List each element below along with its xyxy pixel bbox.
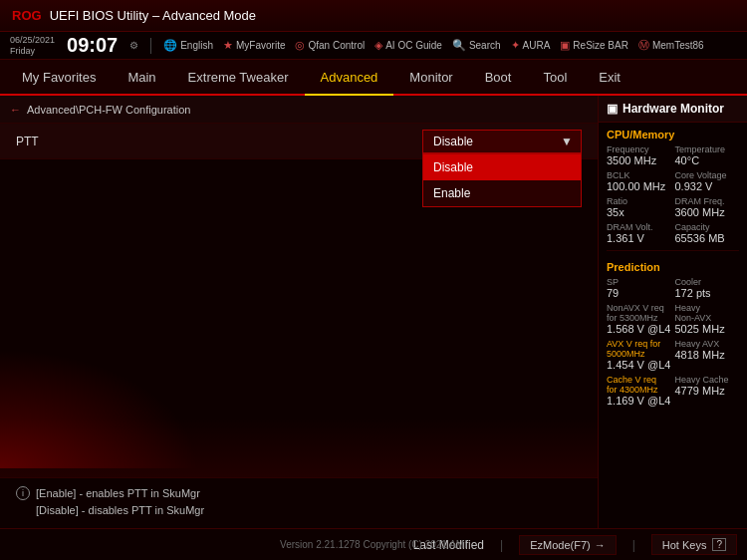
hotkeys-button[interactable]: Hot Keys ? (651, 534, 737, 555)
nav-exit[interactable]: Exit (583, 60, 636, 94)
hw-cache-req-value: 1.169 V @L4 (607, 395, 671, 407)
back-arrow-icon[interactable]: ← (10, 104, 21, 116)
hw-heavy-avx-cell: Heavy AVX 4818 MHz (675, 339, 740, 371)
toolbar-english-label: English (180, 40, 213, 51)
nav-advanced[interactable]: Advanced (305, 60, 394, 96)
time-display: 09:07 (67, 34, 118, 57)
ptt-current-value: Disable (433, 135, 473, 148)
toolbar-aura[interactable]: ✦ AURA (511, 39, 551, 52)
ptt-option-enable[interactable]: Enable (423, 180, 581, 206)
toolbar-myfavorite[interactable]: ★ MyFavorite (223, 39, 285, 52)
gear-icon[interactable]: ⚙ (129, 40, 138, 51)
info-section: i [Enable] - enables PTT in SkuMgr i [Di… (0, 477, 598, 528)
globe-icon: 🌐 (163, 39, 177, 52)
hw-divider (607, 250, 739, 251)
hw-prediction-title: Prediction (599, 255, 747, 277)
nav-tool[interactable]: Tool (527, 60, 583, 94)
hw-temperature-value: 40°C (675, 154, 740, 166)
nav-my-favorites[interactable]: My Favorites (6, 60, 112, 94)
toolbar-english[interactable]: 🌐 English (163, 39, 213, 52)
hw-monitor-icon: ▣ (607, 102, 618, 116)
main-nav: My Favorites Main Extreme Tweaker Advanc… (0, 60, 747, 96)
hw-temperature-cell: Temperature 40°C (675, 144, 740, 166)
hw-heavy-cache-cell: Heavy Cache 4779 MHz (675, 375, 740, 407)
main-panel: ← Advanced\PCH-FW Configuration PTT Disa… (0, 96, 598, 528)
hw-frequency-label: Frequency (607, 144, 671, 154)
ezmode-icon: → (595, 539, 606, 551)
ezmode-label: EzMode(F7) (530, 539, 591, 551)
nav-boot[interactable]: Boot (469, 60, 528, 94)
ptt-dropdown-button[interactable]: Disable ▼ (422, 130, 582, 153)
hw-capacity-cell: Capacity 65536 MB (675, 222, 740, 244)
toolbar-items: 🌐 English ★ MyFavorite ◎ Qfan Control ◈ … (163, 38, 703, 53)
toolbar-qfan[interactable]: ◎ Qfan Control (295, 39, 365, 52)
hw-cache-req-label: Cache V reqfor 4300MHz (607, 375, 671, 395)
datetime-display: 06/25/2021 Friday (10, 35, 55, 57)
hw-dramvolt-cell: DRAM Volt. 1.361 V (607, 222, 671, 244)
ptt-setting-row: PTT Disable ▼ Disable Enable (0, 124, 598, 159)
toolbar-aioc-label: AI OC Guide (385, 40, 442, 51)
dropdown-arrow-icon: ▼ (561, 135, 573, 148)
hw-corevolt-label: Core Voltage (675, 170, 740, 180)
ezmode-button[interactable]: EzMode(F7) → (519, 535, 617, 555)
nav-main[interactable]: Main (112, 60, 171, 94)
hw-dramvolt-label: DRAM Volt. (607, 222, 671, 232)
hotkeys-question-icon: ? (712, 538, 726, 551)
fan-icon: ◎ (295, 39, 305, 52)
toolbar-aura-label: AURA (523, 40, 551, 51)
hw-nonavx-req-value: 1.568 V @L4 (607, 323, 671, 335)
info-icon-1: i (16, 486, 30, 500)
breadcrumb: ← Advanced\PCH-FW Configuration (0, 96, 598, 124)
hw-bclk-cell: BCLK 100.00 MHz (607, 170, 671, 192)
version-text: Version 2.21.1278 Copyright (C) 2021 AMI (280, 539, 467, 550)
nav-extreme-tweaker[interactable]: Extreme Tweaker (172, 60, 305, 94)
hw-ratio-cell: Ratio 35x (607, 196, 671, 218)
info-line-2: i [Disable] - disables PTT in SkuMgr (16, 503, 582, 517)
hw-heavy-nonavx-value: 5025 MHz (675, 323, 740, 335)
breadcrumb-path: Advanced\PCH-FW Configuration (27, 104, 190, 116)
hw-cache-req-cell: Cache V reqfor 4300MHz 1.169 V @L4 (607, 375, 671, 407)
hw-bclk-value: 100.00 MHz (607, 180, 671, 192)
toolbar-resizebar[interactable]: ▣ ReSize BAR (560, 39, 628, 52)
toolbar-search[interactable]: 🔍 Search (452, 39, 501, 52)
hw-sp-label: SP (607, 277, 671, 287)
hw-nonavx-req-cell: NonAVX V reqfor 5300MHz 1.568 V @L4 (607, 303, 671, 335)
hw-dramfreq-label: DRAM Freq. (675, 196, 740, 206)
hw-dramfreq-value: 3600 MHz (675, 206, 740, 218)
search-icon: 🔍 (452, 39, 466, 52)
hw-dramfreq-cell: DRAM Freq. 3600 MHz (675, 196, 740, 218)
toolbar-memtest[interactable]: Ⓜ MemTest86 (638, 38, 704, 53)
bg-glow (0, 349, 199, 468)
info-line-1: i [Enable] - enables PTT in SkuMgr (16, 486, 582, 500)
hw-temperature-label: Temperature (675, 144, 740, 154)
info-bar: 06/25/2021 Friday 09:07 ⚙ 🌐 English ★ My… (0, 32, 747, 60)
settings-area: PTT Disable ▼ Disable Enable (0, 124, 598, 159)
ptt-option-disable[interactable]: Disable (423, 154, 581, 180)
hw-bclk-label: BCLK (607, 170, 671, 180)
hw-capacity-value: 65536 MB (675, 232, 740, 244)
aura-icon: ✦ (511, 39, 520, 52)
date-string: 06/25/2021 (10, 35, 55, 46)
hw-dramvolt-value: 1.361 V (607, 232, 671, 244)
hw-sp-value: 79 (607, 287, 671, 299)
hw-heavy-avx-label: Heavy AVX (675, 339, 740, 349)
hw-avx-req-cell: AVX V req for5000MHz 1.454 V @L4 (607, 339, 671, 371)
hw-panel: ▣ Hardware Monitor CPU/Memory Frequency … (598, 96, 747, 528)
toolbar-aioc[interactable]: ◈ AI OC Guide (374, 39, 442, 52)
star-icon: ★ (223, 39, 233, 52)
ptt-label: PTT (16, 135, 422, 148)
hw-ratio-label: Ratio (607, 196, 671, 206)
hw-monitor-header: ▣ Hardware Monitor (599, 96, 747, 123)
app-title: UEFI BIOS Utility – Advanced Mode (50, 8, 256, 23)
content-area: ← Advanced\PCH-FW Configuration PTT Disa… (0, 96, 747, 528)
hw-sp-cell: SP 79 (607, 277, 671, 299)
hotkeys-label: Hot Keys (662, 539, 707, 551)
toolbar-resizebar-label: ReSize BAR (573, 40, 628, 51)
hw-heavy-nonavx-label: HeavyNon-AVX (675, 303, 740, 323)
status-divider-2: | (632, 538, 635, 552)
hw-frequency-cell: Frequency 3500 MHz (607, 144, 671, 166)
nav-monitor[interactable]: Monitor (393, 60, 468, 94)
hw-capacity-label: Capacity (675, 222, 740, 232)
hw-heavy-nonavx-cell: HeavyNon-AVX 5025 MHz (675, 303, 740, 335)
hw-cooler-cell: Cooler 172 pts (675, 277, 740, 299)
